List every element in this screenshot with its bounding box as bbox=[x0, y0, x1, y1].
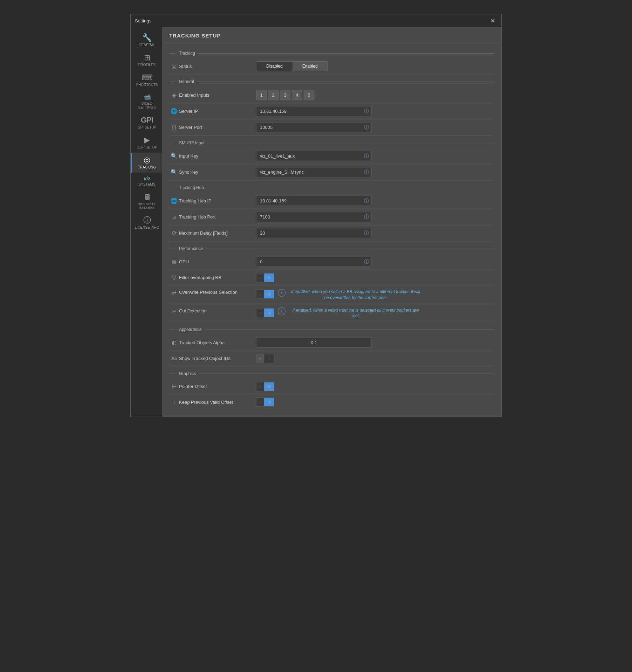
show-ids-label: Show Tracked Object IDs bbox=[179, 356, 256, 361]
cut-detection-toggle[interactable]: ○ I bbox=[256, 308, 274, 317]
sidebar-item-video-settings[interactable]: 📹 VIDEO SETTINGS bbox=[131, 90, 162, 113]
overwrite-control: ○ I i If enabled, when you select a BB a… bbox=[256, 289, 494, 301]
window-title: Settings bbox=[135, 18, 151, 23]
sync-key-wrapper: ⓘ bbox=[256, 167, 372, 177]
wrench-icon: 🔧 bbox=[142, 34, 152, 42]
hub-ip-wrapper: ⓘ bbox=[256, 196, 372, 206]
sync-key-control: ⓘ bbox=[256, 167, 494, 177]
sidebar-item-gpi-setup[interactable]: GPI GPI SETUP bbox=[131, 113, 162, 133]
systems-icon: viz bbox=[144, 176, 150, 181]
hub-port-input[interactable] bbox=[256, 212, 372, 222]
sidebar-item-systems[interactable]: viz SYSTEMS bbox=[131, 173, 162, 190]
overwrite-icon: ⇄ bbox=[169, 289, 179, 296]
sidebar-item-profiles[interactable]: ⊞ PROFILES bbox=[131, 50, 162, 70]
hub-ip-icon: 🌐 bbox=[169, 198, 179, 204]
row-max-delay: ⟳ Maximum Delay [Fields] ⓘ bbox=[169, 225, 494, 241]
input-key-label: Input Key bbox=[179, 153, 256, 159]
input-key-icon: 🔍 bbox=[169, 153, 179, 159]
sidebar-item-tracking[interactable]: ◎ TRACKING bbox=[131, 153, 162, 173]
max-delay-wrapper: ⓘ bbox=[256, 228, 372, 238]
row-keep-previous: ↓ Keep Previous Valid Offset ○ I bbox=[169, 394, 494, 410]
input-btn-2[interactable]: 2 bbox=[268, 90, 279, 100]
sidebar-item-clip-setup[interactable]: ▶ CLIP SETUP bbox=[131, 133, 162, 153]
input-btn-5[interactable]: 5 bbox=[304, 90, 314, 100]
input-btn-4[interactable]: 4 bbox=[292, 90, 302, 100]
show-ids-toggle[interactable]: ○ I bbox=[256, 354, 274, 363]
gpu-input[interactable] bbox=[256, 257, 372, 267]
server-port-control: ⓘ bbox=[256, 122, 494, 132]
keep-previous-control: ○ I bbox=[256, 397, 494, 407]
sync-key-input[interactable] bbox=[256, 167, 372, 177]
tracked-alpha-label: Tracked Objects Alpha bbox=[179, 340, 256, 345]
enabled-button[interactable]: Enabled bbox=[293, 62, 328, 71]
cut-info-button[interactable]: i bbox=[278, 307, 286, 315]
cut-toggle-off: ○ bbox=[256, 309, 264, 317]
sidebar-item-shortcuts[interactable]: ⌨ SHORTCUTS bbox=[131, 70, 162, 90]
input-key-wrapper: ⓘ bbox=[256, 151, 372, 161]
video-icon: 📹 bbox=[143, 94, 151, 100]
pointer-offset-control: ○ I bbox=[256, 382, 494, 391]
tracking-icon: ◎ bbox=[144, 156, 150, 164]
keyboard-icon: ⌨ bbox=[142, 74, 153, 82]
section-general: General bbox=[169, 79, 494, 84]
hub-port-label: Tracking Hub Port bbox=[179, 214, 256, 220]
section-tracking-hub: Tracking Hub bbox=[169, 185, 494, 190]
filter-bb-control: ○ I bbox=[256, 273, 494, 282]
sidebar-item-general[interactable]: 🔧 GENERAL bbox=[131, 30, 162, 50]
sidebar-item-video-label: VIDEO SETTINGS bbox=[133, 102, 161, 109]
overwrite-info-button[interactable]: i bbox=[278, 289, 286, 297]
overwrite-toggle-on: I bbox=[264, 290, 274, 298]
sidebar-item-general-label: GENERAL bbox=[139, 43, 156, 47]
row-server-port: {} Server Port ⓘ bbox=[169, 119, 494, 136]
hub-port-wrapper: ⓘ bbox=[256, 212, 372, 222]
overwrite-tooltip: If enabled, when you select a BB assigne… bbox=[289, 289, 422, 301]
show-ids-control: ○ I bbox=[256, 354, 494, 363]
gpu-control: ⓘ bbox=[256, 257, 494, 267]
pointer-toggle-on: I bbox=[264, 382, 274, 391]
filter-bb-label: Filter overlapping BB bbox=[179, 275, 256, 280]
content-area: TRACKING SETUP Tracking ◎ Status Disable… bbox=[162, 27, 501, 417]
toggle-on-label: I bbox=[264, 273, 274, 282]
sidebar-item-license-info[interactable]: ⓘ LICENSE INFO bbox=[131, 213, 162, 233]
overwrite-toggle[interactable]: ○ I bbox=[256, 290, 274, 299]
input-btn-1[interactable]: 1 bbox=[256, 90, 267, 100]
input-key-input[interactable] bbox=[256, 151, 372, 161]
section-tracking: Tracking bbox=[169, 51, 494, 56]
pointer-offset-toggle[interactable]: ○ I bbox=[256, 382, 274, 391]
row-show-ids: Aa Show Tracked Object IDs ○ I bbox=[169, 351, 494, 366]
num-buttons-group: 1 2 3 4 5 bbox=[256, 90, 314, 100]
input-btn-3[interactable]: 3 bbox=[280, 90, 290, 100]
hub-ip-input[interactable] bbox=[256, 196, 372, 206]
gpu-icon: ▦ bbox=[169, 259, 179, 264]
sidebar: 🔧 GENERAL ⊞ PROFILES ⌨ SHORTCUTS 📹 VIDEO… bbox=[131, 27, 162, 417]
row-cut-detection: ✂ Cut Detection ○ I i If enabled, when a… bbox=[169, 304, 494, 323]
tracked-alpha-input[interactable] bbox=[256, 338, 372, 348]
max-delay-input[interactable] bbox=[256, 228, 372, 238]
overwrite-label: Overwrite Previous Selection bbox=[179, 289, 256, 295]
hub-ip-label: Tracking Hub IP bbox=[179, 198, 256, 203]
server-ip-wrapper: ⓘ bbox=[256, 106, 372, 116]
show-ids-toggle-on: I bbox=[264, 354, 274, 363]
cut-toggle-on: I bbox=[264, 309, 274, 317]
sync-key-label: Sync Key bbox=[179, 169, 256, 175]
server-port-wrapper: ⓘ bbox=[256, 122, 372, 132]
sidebar-item-3rd-party-label: 3RD PARTY SYSTEMS bbox=[133, 202, 161, 209]
keep-previous-toggle-off: ○ bbox=[256, 398, 264, 406]
status-control: Disabled Enabled bbox=[256, 61, 494, 71]
row-hub-port: ⊞ Tracking Hub Port ⓘ bbox=[169, 209, 494, 225]
server-port-input[interactable] bbox=[256, 122, 372, 132]
server-port-icon: {} bbox=[169, 125, 179, 130]
hub-port-control: ⓘ bbox=[256, 212, 494, 222]
keep-previous-label: Keep Previous Valid Offset bbox=[179, 400, 256, 405]
filter-bb-toggle[interactable]: ○ I bbox=[256, 273, 274, 282]
titlebar: Settings ✕ bbox=[131, 14, 501, 27]
status-icon: ◎ bbox=[169, 63, 179, 70]
page-title: TRACKING SETUP bbox=[162, 27, 501, 43]
close-button[interactable]: ✕ bbox=[488, 17, 497, 25]
sidebar-item-3rd-party[interactable]: 🖥 3RD PARTY SYSTEMS bbox=[131, 190, 162, 213]
disabled-button[interactable]: Disabled bbox=[256, 62, 293, 71]
main-layout: 🔧 GENERAL ⊞ PROFILES ⌨ SHORTCUTS 📹 VIDEO… bbox=[131, 27, 501, 417]
keep-previous-toggle[interactable]: ○ I bbox=[256, 397, 274, 407]
server-ip-input[interactable] bbox=[256, 106, 372, 116]
sidebar-item-profiles-label: PROFILES bbox=[138, 63, 156, 67]
